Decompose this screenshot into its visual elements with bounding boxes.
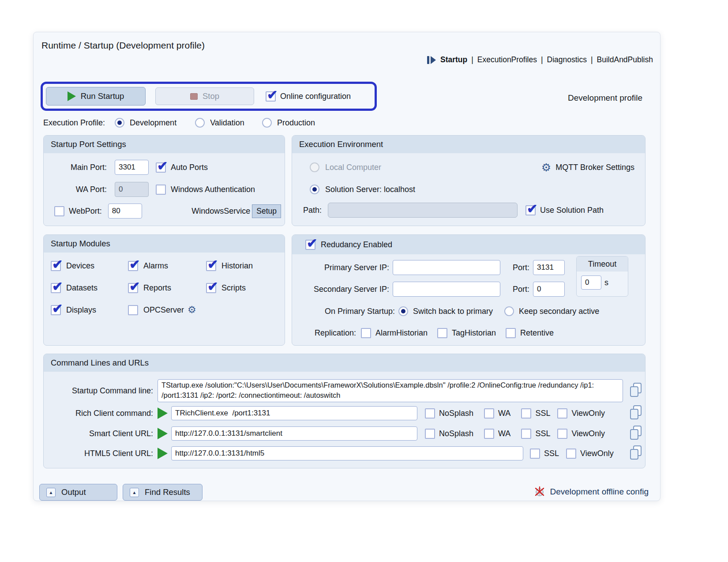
rich-client-row: Rich Client command: NoSplash WA SSL Vie… [44,406,645,421]
html5-viewonly-checkbox[interactable]: ViewOnly [566,449,614,459]
smart-ssl-checkbox[interactable]: SSL [521,429,550,439]
play-icon [68,91,76,101]
secondary-server-ip-input[interactable] [393,282,500,297]
stop-button[interactable]: Stop [155,87,254,105]
nav-separator: | [471,55,473,64]
replication-checkbox-taghistorian[interactable]: TagHistorian [437,328,496,338]
radio-icon [115,118,124,128]
opcserver-gear-icon[interactable]: ⚙ [188,305,196,315]
run-startup-button[interactable]: Run Startup [46,87,146,106]
copy-icon[interactable] [629,405,642,422]
primary-server-ip-input[interactable] [393,260,500,275]
radio-icon [398,306,408,316]
find-results-button[interactable]: ▲ Find Results [123,484,203,501]
auto-ports-checkbox[interactable]: Auto Ports [156,162,208,173]
webport-input[interactable] [108,204,142,219]
main-port-input[interactable] [115,160,149,175]
rich-wa-checkbox[interactable]: WA [484,408,510,419]
copy-icon[interactable] [629,382,642,399]
startup-port-settings-panel: Startup Port Settings Main Port: Auto Po… [43,135,285,226]
checkbox-icon [54,206,64,216]
use-solution-path-checkbox[interactable]: Use Solution Path [525,205,604,215]
secondary-port-input[interactable] [533,282,565,297]
replication-option-label: Retentive [520,328,554,338]
primary-port-label: Port: [513,263,529,272]
on-primary-startup-row: On Primary Startup: Switch back to prima… [292,304,645,319]
local-computer-label: Local Computer [325,163,381,172]
radio-validation[interactable]: Validation [195,118,244,128]
timeout-box: Timeout s [576,256,628,297]
windows-service-setup-button[interactable]: Setup [252,204,281,218]
tab-build-and-publish[interactable]: BuildAndPublish [597,55,653,64]
modules-row-2: Datasets Reports Scripts [44,280,285,295]
checkbox-icon [128,261,138,271]
radio-development[interactable]: Development [115,118,176,128]
replication-checkbox-alarmhistorian[interactable]: AlarmHistorian [361,328,428,338]
tab-execution-profiles[interactable]: ExecutionProfiles [477,55,537,64]
module-checkbox-datasets[interactable]: Datasets [51,283,128,293]
html5-ssl-checkbox[interactable]: SSL [530,449,559,459]
run-html5-client-icon[interactable] [158,448,168,459]
offline-globe-icon [534,486,545,498]
module-checkbox-displays[interactable]: Displays [51,305,128,315]
redundancy-enabled-checkbox[interactable]: Redudancy Enabled [305,240,392,250]
execution-environment-panel: Execution Environment Local Computer ⚙ M… [292,135,645,226]
radio-keep-secondary-active[interactable]: Keep secondary active [504,306,599,316]
timeout-input[interactable] [581,275,601,290]
runtime-startup-window: Runtime / Startup (Development profile) … [33,32,660,501]
copy-icon[interactable] [629,425,642,442]
run-smart-client-icon[interactable] [158,428,168,439]
flag-label: NoSplash [439,429,473,438]
copy-icon[interactable] [629,445,642,462]
module-checkbox-devices[interactable]: Devices [51,261,128,271]
online-configuration-label: Online configuration [280,92,351,101]
smart-client-input[interactable] [171,426,417,441]
windows-authentication-checkbox[interactable]: Windows Authentication [156,185,255,195]
radio-icon [262,118,272,128]
module-checkbox-scripts[interactable]: Scripts [206,283,246,293]
html5-client-input[interactable] [171,446,523,460]
run-rich-client-icon[interactable] [158,407,168,419]
redundancy-header: Redudancy Enabled [292,235,645,254]
rich-ssl-checkbox[interactable]: SSL [521,408,550,419]
smart-wa-checkbox[interactable]: WA [484,429,510,439]
radio-switch-back-to-primary[interactable]: Switch back to primary [398,306,493,316]
smart-nosplash-checkbox[interactable]: NoSplash [425,429,473,439]
output-label: Output [61,487,86,497]
radio-production[interactable]: Production [262,118,315,128]
checkbox-icon [484,429,494,439]
module-checkbox-historian[interactable]: Historian [206,261,253,271]
offline-config-status[interactable]: Development offline config [534,486,649,498]
auto-ports-label: Auto Ports [171,163,208,172]
tab-diagnostics[interactable]: Diagnostics [547,55,587,64]
primary-port-input[interactable] [533,260,565,275]
rich-viewonly-checkbox[interactable]: ViewOnly [557,408,605,419]
checkbox-icon [206,261,216,271]
online-configuration-checkbox[interactable]: Online configuration [266,91,351,102]
replication-label: Replication: [292,328,356,338]
checkbox-icon [425,408,435,419]
rich-client-input[interactable] [171,406,417,420]
flag-label: SSL [535,429,550,438]
checkbox-icon [484,408,494,419]
rich-client-label: Rich Client command: [44,409,153,418]
solution-server-label: Solution Server: localhost [325,185,415,194]
module-label: Displays [66,306,96,315]
tab-startup[interactable]: Startup [440,55,467,64]
webport-checkbox[interactable]: WebPort: [54,206,102,216]
module-label: Historian [221,261,253,271]
output-button[interactable]: ▲ Output [39,484,117,501]
mqtt-broker-settings-button[interactable]: ⚙ MQTT Broker Settings [541,162,634,173]
flag-label: SSL [544,449,559,458]
radio-solution-server[interactable]: Solution Server: localhost [310,185,415,194]
module-checkbox-alarms[interactable]: Alarms [128,261,206,271]
smart-viewonly-checkbox[interactable]: ViewOnly [557,429,605,439]
rich-nosplash-checkbox[interactable]: NoSplash [425,408,473,419]
webport-label: WebPort: [69,207,102,216]
module-checkbox-reports[interactable]: Reports [128,283,206,293]
collapse-up-icon: ▲ [130,488,139,497]
startup-command-input[interactable]: TStartup.exe /solution:"C:\Users\User\Do… [158,379,623,402]
replication-checkbox-retentive[interactable]: Retentive [506,328,554,338]
module-checkbox-opcserver[interactable]: OPCServer [128,305,184,315]
startup-command-label: Startup Command line: [44,386,153,396]
